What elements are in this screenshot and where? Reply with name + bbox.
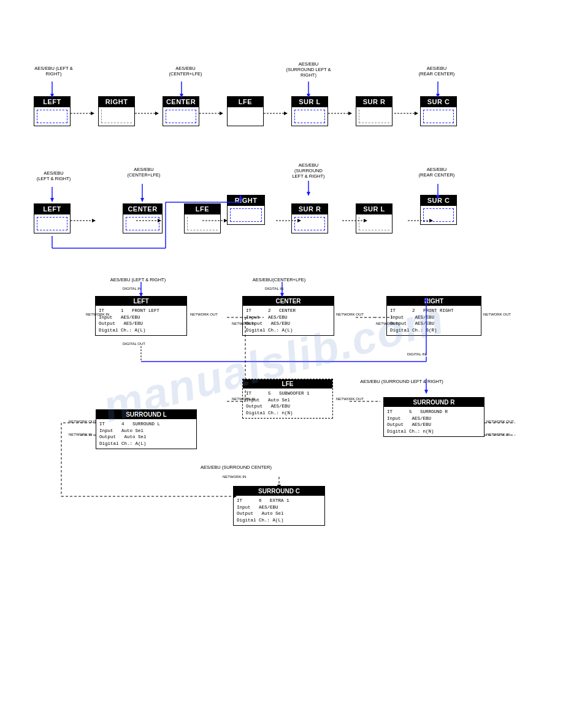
detail-center-header: CENTER — [243, 297, 334, 306]
detail-right-header: RIGHT — [387, 297, 481, 306]
speaker-left-row1: LEFT — [34, 96, 71, 126]
speaker-sur-c-row1-body — [421, 107, 456, 126]
detail-center: CENTER IT 2 CENTER Input AES/EBU Output … — [242, 296, 334, 336]
aes-label-row3-4: AES/EBU (SURROUND CENTER) — [184, 464, 288, 470]
speaker-sur-r-row2-header: SUR R — [292, 204, 327, 214]
speaker-left-row1-header: LEFT — [34, 97, 70, 107]
digital-out-left: DIGITAL OUT — [123, 342, 145, 346]
speaker-center-row1: CENTER — [163, 96, 199, 126]
aes-label-row2-2: AES/EBU(CENTER+LFE) — [121, 167, 167, 178]
detail-surround-r-body: IT 5 SURROUND R Input AES/EBU Output AES… — [384, 407, 484, 436]
network-out-sl: NETWORK OUT — [69, 420, 96, 423]
speaker-left-row1-dotted — [37, 110, 67, 123]
speaker-left-row2-header: LEFT — [34, 204, 70, 214]
detail-left-header: LEFT — [96, 297, 186, 306]
speaker-left-row2-dotted — [37, 217, 67, 230]
network-out-left: NETWORK OUT — [190, 313, 218, 316]
network-in-center: NETWORK IN — [232, 322, 255, 325]
speaker-left-row2-body — [34, 214, 70, 233]
detail-surround-c-header: SURROUND C — [234, 487, 324, 496]
svg-marker-21 — [50, 198, 54, 202]
speaker-right-row2-body — [228, 205, 264, 224]
svg-marker-29 — [92, 219, 96, 222]
speaker-center-row2-header: CENTER — [123, 204, 162, 214]
speaker-left-row1-body — [34, 107, 70, 126]
digital-in-right: DIGITAL IN — [407, 352, 426, 356]
speaker-sur-c-row2-body — [421, 205, 456, 224]
speaker-sur-l-row1-header: SUR L — [292, 97, 327, 107]
aes-label-row1-2: AES/EBU(CENTER+LFE) — [163, 66, 209, 77]
aes-label-row3-2: AES/EBU(CENTER+LFE) — [236, 277, 322, 282]
speaker-sur-r-row1-header: SUR R — [356, 97, 392, 107]
speaker-sur-l-row1-dotted — [294, 110, 325, 123]
network-in-lfe: NETWORK IN — [232, 397, 255, 401]
speaker-sur-r-row2: SUR R — [291, 203, 328, 233]
svg-marker-1 — [91, 112, 94, 115]
detail-right: RIGHT IT 2 FRONT RIGHT Input AES/EBU Out… — [386, 296, 481, 336]
detail-surround-l-body: IT 4 SURROUND L Input Auto Sel Output Au… — [96, 419, 196, 449]
svg-marker-5 — [220, 112, 223, 115]
svg-marker-7 — [284, 112, 288, 115]
digital-in-left: DIGITAL IN — [123, 287, 141, 290]
speaker-sur-l-row1-body — [292, 107, 327, 126]
speaker-center-row2-body — [123, 214, 162, 233]
aes-label-row3-1: AES/EBU (LEFT & RIGHT) — [95, 277, 181, 282]
speaker-sur-l-row2-header: SUR L — [356, 204, 392, 214]
speaker-sur-l-row2-body — [356, 214, 392, 233]
speaker-sur-r-row1-body — [356, 107, 392, 126]
network-out-sr: NETWORK OUT — [486, 420, 514, 423]
speaker-sur-r-row2-dotted — [294, 217, 325, 230]
speaker-lfe-row1: LFE — [227, 96, 264, 126]
speaker-sur-c-row2-dotted — [423, 208, 454, 222]
network-in-sr: NETWORK IN — [486, 433, 510, 436]
network-in-sc: NETWORK IN — [223, 475, 246, 479]
svg-marker-63 — [424, 390, 428, 394]
speaker-center-row1-header: CENTER — [163, 97, 199, 107]
speaker-center-row2-dotted — [126, 217, 159, 230]
network-in-left: NETWORK IN — [86, 313, 109, 316]
aes-label-row2-3: AES/EBU(SURROUNDLEFT & RIGHT) — [281, 162, 336, 179]
detail-surround-c: SURROUND C IT 6 EXTRA 1 Input AES/EBU Ou… — [233, 486, 325, 526]
detail-lfe: LFE IT 5 SUBWOOFER 1 Input Auto Sel Outp… — [242, 379, 333, 419]
svg-marker-3 — [155, 112, 159, 115]
speaker-sur-c-row1-dotted — [423, 110, 454, 123]
speaker-right-row1: RIGHT — [98, 96, 135, 126]
aes-label-row3-3: AES/EBU (SURROUND LEFT & RIGHT) — [350, 379, 454, 384]
speaker-sur-l-row2: SUR L — [356, 203, 393, 233]
aes-label-row1-1: AES/EBU (LEFT & RIGHT) — [31, 66, 77, 77]
speaker-sur-l-row1: SUR L — [291, 96, 328, 126]
detail-surround-l-header: SURROUND L — [96, 410, 196, 419]
speaker-sur-c-row2-header: SUR C — [421, 195, 456, 205]
svg-marker-11 — [415, 112, 418, 115]
aes-label-row1-4: AES/EBU(REAR CENTER) — [412, 66, 461, 77]
network-out-lfe: NETWORK OUT — [336, 397, 364, 401]
diagram-container: AES/EBU (LEFT & RIGHT) AES/EBU(CENTER+LF… — [0, 0, 563, 728]
digital-in-center: DIGITAL IN — [265, 287, 283, 290]
speaker-right-row2-dotted — [230, 208, 262, 222]
speaker-right-row2: RIGHT — [227, 195, 265, 225]
speaker-right-row1-header: RIGHT — [99, 97, 134, 107]
detail-surround-c-body: IT 6 EXTRA 1 Input AES/EBU Output Auto S… — [234, 496, 324, 525]
speaker-right-row2-header: RIGHT — [228, 195, 264, 205]
diagram-svg — [0, 0, 563, 728]
svg-marker-9 — [348, 112, 352, 115]
detail-surround-l: SURROUND L IT 4 SURROUND L Input Auto Se… — [96, 409, 197, 449]
speaker-sur-c-row1-header: SUR C — [421, 97, 456, 107]
aes-label-row1-3: AES/EBU(SURROUND LEFT & RIGHT) — [281, 61, 336, 78]
detail-center-body: IT 2 CENTER Input AES/EBU Output AES/EBU… — [243, 306, 334, 335]
network-out-right: NETWORK OUT — [483, 313, 511, 316]
speaker-lfe-row1-header: LFE — [228, 97, 263, 107]
speaker-center-row2: CENTER — [123, 203, 163, 233]
speaker-lfe-row2-header: LFE — [185, 204, 220, 214]
speaker-lfe-row1-body — [228, 107, 263, 126]
detail-surround-r: SURROUND R IT 5 SURROUND R Input AES/EBU… — [383, 397, 484, 437]
speaker-right-row1-body — [99, 107, 134, 126]
network-in-right: NETWORK IN — [376, 322, 399, 325]
speaker-sur-r-row1: SUR R — [356, 96, 393, 126]
detail-lfe-header: LFE — [243, 379, 332, 389]
network-in-sl: NETWORK IN — [69, 433, 92, 436]
speaker-center-row1-dotted — [166, 110, 196, 123]
aes-label-row2-4: AES/EBU(REAR CENTER) — [412, 167, 461, 178]
detail-left-body: IT 1 FRONT LEFT Input AES/EBU Output AES… — [96, 306, 186, 335]
speaker-lfe-row2: LFE — [184, 203, 221, 233]
